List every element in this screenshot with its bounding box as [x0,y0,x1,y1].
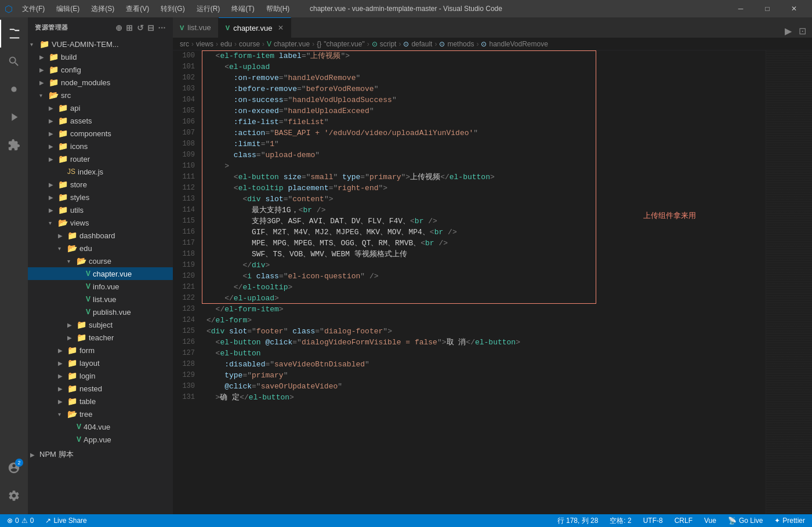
status-go-live[interactable]: 📡 Go Live [726,517,765,525]
sidebar-item-index-js[interactable]: JS index.js [28,165,173,178]
menu-run[interactable]: 运行(R) [192,3,225,15]
more-icon[interactable]: ··· [158,23,166,32]
tabs-bar: V list.vue V chapter.vue ✕ ▶ ⊡ [173,17,812,38]
collapse-all-icon[interactable]: ⊟ [147,23,155,32]
sidebar-label: styles [70,193,89,202]
expand-arrow: ▶ [39,79,49,86]
new-file-icon[interactable]: ⊕ [115,23,123,32]
sidebar-item-publish-vue[interactable]: V publish.vue [28,306,173,318]
breadcrumb-edu[interactable]: edu [220,40,232,48]
sidebar-item-chapter-vue[interactable]: V chapter.vue [28,267,173,280]
status-prettier[interactable]: ✦ Prettier [772,517,807,525]
sidebar-item-404-vue[interactable]: V 404.vue [28,420,173,433]
close-button[interactable]: ✕ [781,0,807,17]
refresh-icon[interactable]: ↺ [137,23,144,32]
expand-arrow: ▾ [58,411,67,417]
maximize-button[interactable]: □ [754,0,781,17]
sidebar-item-config[interactable]: ▶ 📁 config [28,63,173,76]
sidebar-item-edu[interactable]: ▾ 📂 edu [28,242,173,255]
breadcrumb-method[interactable]: handleVodRemove [489,40,548,48]
sidebar-item-build[interactable]: ▶ 📁 build [28,50,173,63]
sidebar-item-app-vue[interactable]: V App.vue [28,433,173,446]
status-spaces[interactable]: 空格: 2 [607,516,633,526]
sidebar-item-layout[interactable]: ▶ 📁 layout [28,357,173,369]
tab-chapter-vue[interactable]: V chapter.vue ✕ [219,17,292,38]
breadcrumb-default[interactable]: default [411,40,432,48]
folder-open-icon: 📂 [49,90,59,100]
line-num: 116 [173,227,195,238]
sidebar-item-store[interactable]: ▶ 📁 store [28,178,173,191]
run-file-button[interactable]: ▶ [784,24,793,38]
sidebar-item-api[interactable]: ▶ 📁 api [28,101,173,114]
breadcrumb-braces[interactable]: {} [317,40,321,48]
sidebar-item-form[interactable]: ▶ 📁 form [28,344,173,357]
expand-arrow: ▶ [58,360,67,366]
sidebar-root[interactable]: ▾ 📁 VUE-ADMIN-TEM... [28,38,173,50]
sidebar-item-assets[interactable]: ▶ 📁 assets [28,114,173,127]
sidebar-item-components[interactable]: ▶ 📁 components [28,127,173,140]
sidebar-item-node-modules[interactable]: ▶ 📁 node_modules [28,76,173,89]
menu-select[interactable]: 选择(S) [86,3,119,15]
code-line-126: <el-button @click="dialogVideoFormVisibl… [206,337,766,348]
sidebar-item-login[interactable]: ▶ 📁 login [28,369,173,382]
status-encoding[interactable]: UTF-8 [641,517,665,525]
sidebar-label: views [70,219,89,227]
activity-account[interactable]: 2 [0,454,28,482]
sidebar-item-course[interactable]: ▾ 📂 course [28,255,173,267]
activity-extensions[interactable] [0,131,28,159]
breadcrumb-script[interactable]: script [380,40,397,48]
menu-terminal[interactable]: 终端(T) [227,3,259,15]
status-language[interactable]: Vue [702,517,719,525]
minimize-button[interactable]: ─ [727,0,754,17]
status-line-ending[interactable]: CRLF [672,517,695,525]
code-line-113: <div slot="content"> [206,194,766,205]
root-label: VUE-ADMIN-TEM... [52,40,119,49]
sidebar-item-table[interactable]: ▶ 📁 table [28,395,173,408]
activity-scm[interactable] [0,75,28,103]
breadcrumb-course[interactable]: course [239,40,260,48]
breadcrumb-src[interactable]: src [180,40,189,48]
breadcrumb-methods[interactable]: methods [447,40,474,48]
status-errors[interactable]: ⊗ 0 ⚠ 0 [5,517,36,525]
activity-run[interactable] [0,103,28,131]
breadcrumb-views[interactable]: views [196,40,213,48]
breadcrumb-quoted[interactable]: "chapter.vue" [324,40,365,48]
folder-icon: 📁 [67,346,77,355]
sidebar-item-list-vue[interactable]: V list.vue [28,293,173,306]
menu-help[interactable]: 帮助(H) [262,3,295,15]
menu-edit[interactable]: 编辑(E) [52,3,84,15]
menu-view[interactable]: 查看(V) [121,3,154,15]
expand-arrow: ▶ [49,181,58,188]
window-controls: ─ □ ✕ [727,0,807,17]
status-position[interactable]: 行 178, 列 28 [555,516,601,526]
code-content[interactable]: 上传组件拿来用 <el-form-item label="上传视频"> <el-… [202,50,766,514]
folder-icon: 📁 [77,333,86,342]
sidebar-item-styles[interactable]: ▶ 📁 styles [28,191,173,203]
status-live-share[interactable]: ↗ Live Share [43,517,89,525]
sidebar-item-dashboard[interactable]: ▶ 📁 dashboard [28,229,173,242]
sidebar-item-subject[interactable]: ▶ 📁 subject [28,318,173,331]
sidebar-item-tree[interactable]: ▾ 📂 tree [28,408,173,420]
menu-goto[interactable]: 转到(G) [156,3,189,15]
tab-list-vue[interactable]: V list.vue [173,17,219,38]
split-editor-button[interactable]: ⊡ [798,24,807,38]
activity-explorer[interactable] [0,20,28,48]
activity-search[interactable] [0,48,28,75]
sidebar-npm-scripts[interactable]: ▶ NPM 脚本 [28,448,173,461]
sidebar-item-views[interactable]: ▾ 📂 views [28,216,173,229]
sidebar-item-nested[interactable]: ▶ 📁 nested [28,382,173,395]
new-folder-icon[interactable]: ⊞ [126,23,133,32]
breadcrumb-file[interactable]: chapter.vue [274,40,310,48]
sidebar-item-info-vue[interactable]: V info.vue [28,280,173,293]
sidebar-item-src[interactable]: ▾ 📂 src [28,89,173,101]
minimap[interactable] [766,50,812,514]
menu-file[interactable]: 文件(F) [17,3,49,15]
tab-close-icon[interactable]: ✕ [278,24,284,32]
line-numbers: 100 101 102 103 104 105 106 107 108 109 … [173,50,202,514]
sidebar-item-router[interactable]: ▶ 📁 router [28,152,173,165]
sidebar-item-teacher[interactable]: ▶ 📁 teacher [28,331,173,344]
sidebar-item-icons[interactable]: ▶ 📁 icons [28,140,173,152]
activity-settings[interactable] [0,482,28,510]
sidebar-item-utils[interactable]: ▶ 📁 utils [28,203,173,216]
breadcrumb: src › views › edu › course › V chapter.v… [173,38,812,50]
